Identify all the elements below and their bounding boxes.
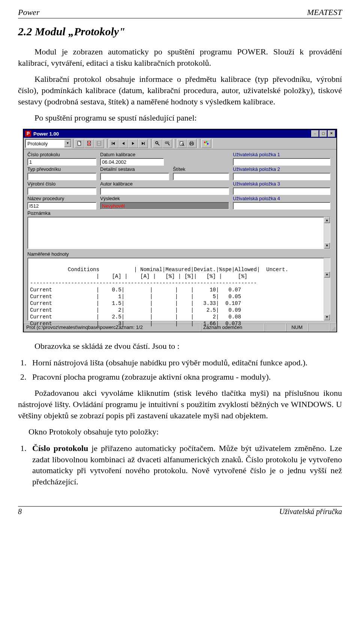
palette-icon[interactable] <box>201 139 211 148</box>
new-doc-icon[interactable] <box>75 139 84 148</box>
svg-point-26 <box>207 143 208 145</box>
svg-marker-10 <box>132 142 134 145</box>
input-user3[interactable] <box>233 187 330 195</box>
para-1: Modul je zobrazen automaticky po spuštěn… <box>18 46 342 68</box>
label-user4: Uživatelská položka 4 <box>233 196 330 201</box>
list-fields: Číslo protokolu je přiřazeno automaticky… <box>18 443 342 487</box>
running-footer: 8 Uživatelská příručka <box>18 506 342 516</box>
note-scrollbar[interactable]: ▲ ▼ <box>324 217 330 249</box>
input-author[interactable] <box>100 187 229 195</box>
svg-rect-6 <box>98 144 100 145</box>
next-record-icon[interactable] <box>128 139 138 148</box>
last-record-icon[interactable] <box>138 139 148 148</box>
find-icon[interactable] <box>153 139 162 148</box>
label-user3: Uživatelská položka 3 <box>233 181 330 187</box>
label-detail: Detailní sestava <box>100 166 169 172</box>
maximize-button[interactable] <box>320 130 327 137</box>
input-user1[interactable] <box>233 158 330 166</box>
delete-icon[interactable] <box>84 139 94 148</box>
field-name: Číslo protokolu <box>32 443 88 453</box>
svg-rect-5 <box>98 142 100 143</box>
svg-marker-11 <box>142 142 144 145</box>
para-5: Okno Protokoly obsahuje tyto položky: <box>28 426 342 437</box>
measured-values-area[interactable]: Conditions | Nominal|Measured|Deviat.|%s… <box>27 258 330 321</box>
svg-point-15 <box>165 142 167 144</box>
input-note[interactable]: ▲ ▼ <box>27 217 330 249</box>
list-item: Číslo protokolu je přiřazeno automaticky… <box>28 443 342 487</box>
label-user2: Uživatelská položka 2 <box>233 166 330 172</box>
input-result: Nevyhověl <box>100 202 229 210</box>
svg-line-30 <box>335 330 336 331</box>
input-procedure[interactable]: I512 <box>27 202 96 210</box>
label-measured: Naměřené hodnoty <box>27 251 330 257</box>
status-empty2 <box>308 323 330 332</box>
svg-marker-9 <box>122 142 124 145</box>
svg-point-13 <box>156 142 158 144</box>
prev-record-icon[interactable] <box>118 139 128 148</box>
para-4: Požadovanou akci vyvoláme kliknutím (sti… <box>18 388 342 421</box>
module-dropdown[interactable]: Protokoly ▾ <box>25 139 71 148</box>
svg-point-25 <box>206 141 207 143</box>
input-conv-type[interactable] <box>27 173 96 180</box>
svg-marker-8 <box>112 142 115 145</box>
label-serial: Výrobní číslo <box>27 181 96 187</box>
running-header: Power MEATEST <box>18 8 342 18</box>
svg-rect-0 <box>78 141 81 145</box>
svg-point-27 <box>205 144 206 145</box>
scroll-up-icon[interactable]: ▲ <box>324 217 330 223</box>
footer-doc: Uživatelská příručka <box>279 507 342 516</box>
label-author: Autor kalibrace <box>100 181 229 187</box>
svg-line-14 <box>158 144 160 146</box>
scroll-down-icon[interactable]: ▼ <box>324 243 330 249</box>
status-empty1 <box>264 323 286 332</box>
list-parts: Horní nástrojová lišta (obsahuje nabídku… <box>18 357 342 382</box>
footer-page: 8 <box>18 507 22 516</box>
resize-grip-icon[interactable] <box>330 323 336 332</box>
svg-rect-22 <box>190 142 193 143</box>
app-title: Power 1.00 <box>33 131 310 137</box>
close-button[interactable] <box>328 130 335 137</box>
input-sticker[interactable] <box>173 173 229 180</box>
form-body: Číslo protokolu 1 Datum kalibrace 06.04.… <box>24 149 336 323</box>
svg-rect-12 <box>144 142 145 145</box>
scroll-up-icon[interactable]: ▲ <box>324 271 330 278</box>
list-item: Pracovní plocha programu (zobrazuje akti… <box>28 371 342 383</box>
app-window: P Power 1.00 Protokoly ▾ <box>23 129 337 332</box>
list-item: Horní nástrojová lišta (obsahuje nabídku… <box>28 357 342 368</box>
para-after-intro: Obrazovka se skládá ze dvou částí. Jsou … <box>18 341 342 352</box>
first-record-icon[interactable] <box>109 139 118 148</box>
label-result: Výsledek <box>100 196 229 201</box>
label-conv-type: Typ převodníku <box>27 166 96 172</box>
measured-text: Conditions | Nominal|Measured|Deviat.|%s… <box>30 267 288 327</box>
titlebar[interactable]: P Power 1.00 <box>24 130 336 138</box>
chevron-down-icon[interactable]: ▾ <box>64 140 71 147</box>
svg-line-17 <box>168 144 170 145</box>
para-2: Kalibrační protokol obsahuje informace o… <box>18 74 342 107</box>
header-left: Power <box>18 8 39 17</box>
print-icon[interactable] <box>187 139 196 148</box>
svg-rect-7 <box>112 142 112 145</box>
svg-point-16 <box>167 142 169 144</box>
input-cal-date[interactable]: 06.04.2002 <box>100 158 164 166</box>
print-preview-icon[interactable] <box>177 139 187 148</box>
label-note: Poznámka <box>27 210 330 216</box>
input-protocol-number[interactable]: 1 <box>27 158 96 166</box>
input-serial[interactable] <box>27 187 96 195</box>
header-right: MEATEST <box>307 8 342 17</box>
svg-rect-23 <box>190 144 193 145</box>
measured-scrollbar[interactable]: ▲ ▼ <box>324 258 330 320</box>
label-user1: Uživatelská položka 1 <box>233 152 330 157</box>
svg-line-20 <box>183 145 184 146</box>
input-detail[interactable] <box>100 173 169 180</box>
minimize-button[interactable] <box>311 130 319 137</box>
scroll-down-icon[interactable]: ▼ <box>324 314 330 320</box>
app-icon: P <box>25 131 31 137</box>
input-user2[interactable] <box>233 173 330 180</box>
toolbar: Protokoly ▾ <box>24 138 336 149</box>
find-all-icon[interactable] <box>162 139 172 148</box>
svg-point-24 <box>204 142 206 143</box>
label-procedure: Název procedury <box>27 196 96 201</box>
label-sticker: Štítek <box>173 166 229 172</box>
save-icon[interactable] <box>94 139 104 148</box>
input-user4[interactable] <box>233 202 330 210</box>
